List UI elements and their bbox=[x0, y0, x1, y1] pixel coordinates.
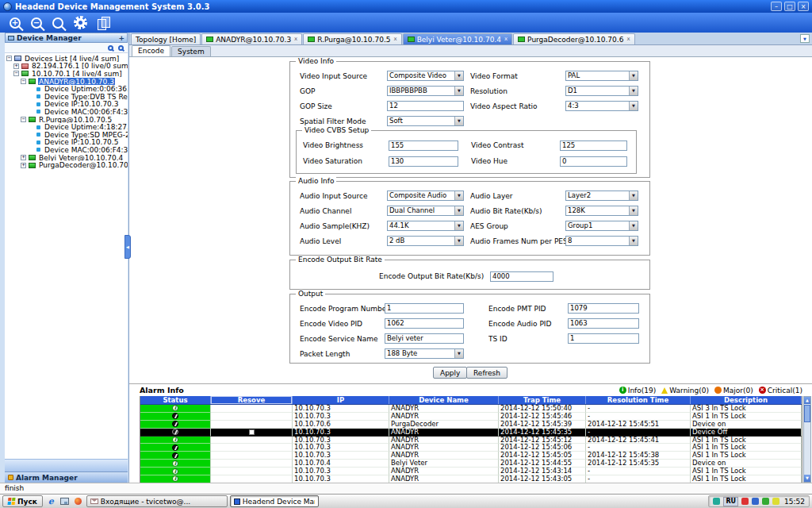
subtab-system[interactable]: System bbox=[171, 46, 211, 56]
zoom-out-icon[interactable]: − bbox=[31, 17, 42, 29]
settings-icon[interactable] bbox=[74, 16, 87, 29]
tree-item[interactable]: Device IP:10.10.70.3 bbox=[5, 101, 128, 109]
dropdown-arrow-icon[interactable]: ▼ bbox=[454, 206, 463, 215]
close-tab-icon[interactable]: x bbox=[294, 37, 297, 42]
collapse-node-icon[interactable]: − bbox=[6, 56, 12, 61]
video-aspect-ratio-select[interactable]: 4:3▼ bbox=[565, 101, 638, 111]
tree-item[interactable]: Device Type:SD MPEG-2 Encode bbox=[5, 131, 128, 139]
dropdown-arrow-icon[interactable]: ▼ bbox=[454, 87, 463, 95]
tab-purgadecoder-10-10-70-6[interactable]: PurgaDecoder@10.10.70.6x bbox=[513, 33, 634, 44]
alarm-row[interactable]: 10.10.70.3ANADYR2014-12-12 15:45:06-ASI … bbox=[140, 444, 802, 452]
dropdown-arrow-icon[interactable]: ▼ bbox=[454, 71, 463, 80]
panel-expand-button[interactable]: + bbox=[118, 34, 124, 42]
tab-topology-home[interactable]: Topology [Home] bbox=[131, 33, 201, 44]
alarm-row[interactable]: 10.10.70.6PurgaDecoder2014-12-12 15:45:3… bbox=[140, 421, 802, 429]
audio-bit-rate-kb-s-select[interactable]: 128K▼ bbox=[565, 206, 638, 216]
video-input-source-select[interactable]: Composite Video▼ bbox=[387, 71, 464, 81]
tab-list-button[interactable]: ▼ bbox=[800, 34, 810, 43]
video-format-select[interactable]: PAL▼ bbox=[565, 71, 638, 81]
aes-group-select[interactable]: Group1▼ bbox=[565, 221, 638, 231]
dropdown-arrow-icon[interactable]: ▼ bbox=[629, 237, 638, 245]
alarm-row[interactable]: 10.10.70.3ANADYR2014-12-12 15:45:35-Devi… bbox=[140, 429, 802, 437]
column-header-device-name[interactable]: Device Name bbox=[389, 396, 499, 404]
taskbar-clock[interactable]: 15:52 bbox=[784, 498, 805, 506]
maximize-button[interactable]: □ bbox=[784, 2, 795, 11]
show-desktop-icon[interactable] bbox=[59, 496, 70, 506]
expand-node-icon[interactable]: + bbox=[21, 163, 26, 168]
zoom-in-icon[interactable]: + bbox=[10, 17, 21, 29]
dropdown-arrow-icon[interactable]: ▼ bbox=[454, 117, 463, 125]
tree-item[interactable]: −ANADYR@10.10.70.3 bbox=[5, 78, 128, 86]
audio-channel-select[interactable]: Dual Channel▼ bbox=[387, 206, 464, 216]
refresh-button[interactable]: Refresh bbox=[466, 367, 508, 379]
column-header-description[interactable]: Description bbox=[691, 396, 802, 404]
close-button[interactable]: × bbox=[798, 2, 809, 11]
alarm-row[interactable]: i10.10.70.3ANADYR2014-12-12 15:50:40-ASI… bbox=[140, 405, 802, 413]
scroll-up-icon[interactable]: ▲ bbox=[804, 397, 810, 404]
search-device-icon[interactable] bbox=[118, 45, 124, 51]
scroll-down-icon[interactable]: ▼ bbox=[804, 475, 810, 482]
gop-size-input[interactable]: 12 bbox=[387, 101, 464, 111]
tab-anadyr-10-10-70-3[interactable]: ANADYR@10.10.70.3x bbox=[201, 33, 302, 44]
resolution-select[interactable]: D1▼ bbox=[565, 86, 638, 96]
encode-output-bit-rate-kb-s-input[interactable]: 4000 bbox=[490, 271, 553, 282]
audio-frames-num-per-pes-select[interactable]: 8▼ bbox=[565, 236, 638, 246]
tree-item[interactable]: −Devices List [4 live/4 sum] bbox=[5, 55, 128, 63]
tree-item[interactable]: Device IP:10.10.70.5 bbox=[5, 139, 128, 147]
dropdown-arrow-icon[interactable]: ▼ bbox=[629, 206, 638, 215]
dropdown-arrow-icon[interactable]: ▼ bbox=[629, 221, 638, 230]
tree-item[interactable]: Device MAC:00:06:F4:33:27:FD bbox=[5, 146, 128, 154]
tray-icon[interactable] bbox=[752, 498, 759, 505]
close-tab-icon[interactable]: x bbox=[626, 37, 630, 42]
encode-pmt-pid-input[interactable]: 1079 bbox=[568, 303, 639, 314]
packet-length-select[interactable]: 188 Byte▼ bbox=[385, 348, 464, 359]
tree-item[interactable]: −10.10.70.1 [4 live/4 sum] bbox=[5, 70, 128, 78]
audio-input-source-select[interactable]: Composite Audio▼ bbox=[387, 190, 464, 201]
report-icon[interactable] bbox=[98, 17, 111, 29]
dropdown-arrow-icon[interactable]: ▼ bbox=[629, 71, 638, 80]
minimize-button[interactable]: – bbox=[771, 2, 782, 11]
tree-item[interactable]: +Belyi Veter@10.10.70.4 bbox=[5, 154, 128, 162]
alarm-row[interactable]: i10.10.70.4Belyi Veter2014-12-12 15:44:5… bbox=[140, 460, 802, 468]
taskbar-task[interactable]: Headend Device Man... bbox=[230, 495, 319, 507]
alarm-row[interactable]: i10.10.70.3ANADYR2014-12-12 15:45:122014… bbox=[140, 437, 802, 444]
video-contrast-input[interactable]: 125 bbox=[560, 140, 627, 151]
tab-r-purga-10-10-70-5[interactable]: R.Purga@10.10.70.5x bbox=[303, 33, 401, 44]
audio-sample-khz-select[interactable]: 44.1K▼ bbox=[387, 221, 464, 231]
dropdown-arrow-icon[interactable]: ▼ bbox=[454, 237, 463, 245]
tray-icon[interactable] bbox=[762, 498, 769, 505]
dropdown-arrow-icon[interactable]: ▼ bbox=[454, 349, 463, 358]
alarm-row[interactable]: i10.10.70.3ANADYR2014-12-12 15:43:14-ASI… bbox=[140, 468, 802, 475]
alarm-scrollbar[interactable]: ▲ ▼ bbox=[803, 396, 811, 483]
dropdown-arrow-icon[interactable]: ▼ bbox=[454, 221, 463, 230]
tree-item[interactable]: +PurgaDecoder@10.10.70.6 bbox=[5, 161, 128, 169]
tray-icon[interactable] bbox=[772, 498, 779, 505]
encode-audio-pid-input[interactable]: 1063 bbox=[568, 318, 639, 329]
gop-select[interactable]: IBBPBBPBB▼ bbox=[387, 86, 464, 96]
sidebar-collapse-button[interactable]: ◀ bbox=[124, 235, 131, 259]
apply-button[interactable]: Apply bbox=[433, 367, 467, 379]
tree-item[interactable]: −R.Purga@10.10.70.5 bbox=[5, 116, 128, 124]
tree-item[interactable]: Device Type:DVB TS Re-multiple bbox=[5, 93, 128, 101]
expand-node-icon[interactable]: + bbox=[13, 64, 19, 69]
find-device-icon[interactable] bbox=[108, 45, 113, 51]
dropdown-arrow-icon[interactable]: ▼ bbox=[629, 102, 638, 110]
tree-item[interactable]: Device Uptime:0:06:36.84 bbox=[5, 85, 128, 93]
column-header-status[interactable]: Status bbox=[140, 396, 211, 404]
column-header-resolution-time[interactable]: Resolution Time bbox=[586, 396, 691, 404]
column-header-ip[interactable]: IP bbox=[293, 396, 389, 404]
tab-belyi-veter-10-10-70-4[interactable]: Belyi Veter@10.10.70.4x bbox=[403, 33, 512, 44]
dropdown-arrow-icon[interactable]: ▼ bbox=[454, 191, 463, 200]
column-header-trap-time[interactable]: Trap Time bbox=[499, 396, 586, 404]
language-indicator[interactable]: RU bbox=[723, 497, 738, 506]
quick-launch-app-icon[interactable] bbox=[73, 496, 83, 506]
internet-explorer-icon[interactable]: e bbox=[46, 496, 56, 506]
tree-item[interactable]: Device MAC:00:06:F4:33:1F:3F bbox=[5, 108, 128, 116]
start-button[interactable]: Пуск bbox=[2, 495, 43, 507]
tray-icon[interactable] bbox=[741, 498, 749, 505]
tree-item[interactable]: +82.194.176.1 [0 live/0 sum] bbox=[5, 63, 128, 71]
audio-level-select[interactable]: 2 dB▼ bbox=[387, 236, 464, 246]
expand-node-icon[interactable]: + bbox=[21, 155, 26, 160]
alarm-row[interactable]: 10.10.70.3ANADYR2014-12-12 15:45:46-ASI … bbox=[140, 413, 802, 421]
encode-video-pid-input[interactable]: 1062 bbox=[385, 318, 464, 329]
